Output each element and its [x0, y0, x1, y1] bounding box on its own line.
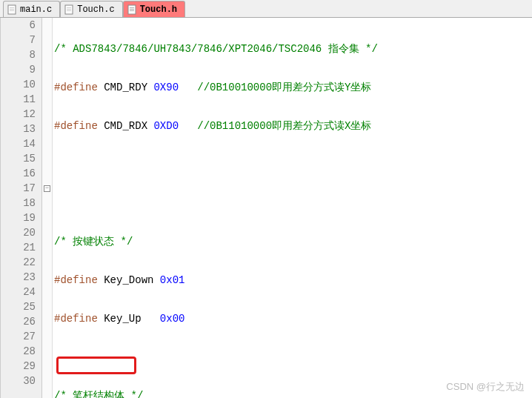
tab-label: main.c [20, 4, 52, 15]
line-number: 23 [1, 270, 36, 285]
line-number: 8 [1, 47, 36, 62]
code-line: #define CMD_RDX 0XD0 //0B11010000即用差分方式读… [54, 119, 532, 133]
svg-rect-6 [67, 9, 71, 10]
line-number: 20 [1, 225, 36, 240]
line-number: 22 [1, 255, 36, 270]
line-number: 13 [1, 122, 36, 136]
line-number: 14 [1, 136, 36, 151]
line-number: 19 [1, 210, 36, 225]
code-line: #define Key_Down 0x01 [54, 273, 532, 288]
svg-rect-5 [67, 7, 71, 8]
line-number: 26 [1, 314, 36, 329]
svg-rect-2 [10, 9, 14, 10]
code-line: /* ADS7843/7846/UH7843/7846/XPT2046/TSC2… [54, 42, 532, 56]
code-line: /* 按键状态 */ [54, 234, 532, 249]
code-area[interactable]: /* ADS7843/7846/UH7843/7846/XPT2046/TSC2… [53, 18, 532, 398]
code-editor[interactable]: 6 7 8 9 10 11 12 13 14 15 16 17 18 19 20… [0, 18, 532, 398]
line-number: 18 [1, 196, 36, 210]
line-number: 27 [1, 329, 36, 344]
line-number: 28 [1, 344, 36, 359]
code-line [54, 196, 532, 210]
tab-bar: main.c Touch.c Touch.h [0, 0, 532, 18]
line-number: 16 [1, 166, 36, 181]
watermark: CSDN @行之无边 [446, 380, 525, 394]
svg-rect-11 [130, 10, 134, 11]
file-icon [127, 4, 137, 15]
svg-rect-3 [10, 10, 14, 11]
fold-column: − [42, 18, 53, 398]
line-number: 9 [1, 62, 36, 77]
code-line [54, 350, 532, 365]
tab-label: Touch.h [140, 4, 177, 15]
tab-touch-c[interactable]: Touch.c [60, 1, 122, 17]
line-number: 21 [1, 240, 36, 255]
tab-touch-h[interactable]: Touch.h [123, 1, 185, 17]
line-number: 7 [1, 33, 36, 47]
line-number-gutter: 6 7 8 9 10 11 12 13 14 15 16 17 18 19 20… [1, 18, 42, 398]
line-number: 15 [1, 151, 36, 166]
tab-main-c[interactable]: main.c [3, 1, 60, 17]
line-number: 30 [1, 374, 36, 388]
line-number: 29 [1, 359, 36, 374]
svg-rect-1 [10, 7, 14, 8]
code-line: #define CMD_RDY 0X90 //0B10010000即用差分方式读… [54, 80, 532, 95]
svg-rect-7 [67, 10, 71, 11]
file-icon [7, 4, 17, 15]
line-number: 12 [1, 107, 36, 122]
line-number: 10 [1, 77, 36, 92]
line-number: 11 [1, 92, 36, 107]
line-number: 17 [1, 181, 36, 196]
line-number: 6 [1, 18, 36, 33]
tab-label: Touch.c [77, 4, 114, 15]
fold-toggle[interactable]: − [42, 181, 52, 196]
svg-rect-10 [130, 9, 134, 10]
code-line: #define Key_Up 0x00 [54, 311, 532, 326]
svg-rect-9 [130, 7, 134, 8]
code-line [54, 157, 532, 172]
file-icon [64, 4, 74, 15]
line-number: 24 [1, 285, 36, 299]
line-number: 25 [1, 299, 36, 314]
